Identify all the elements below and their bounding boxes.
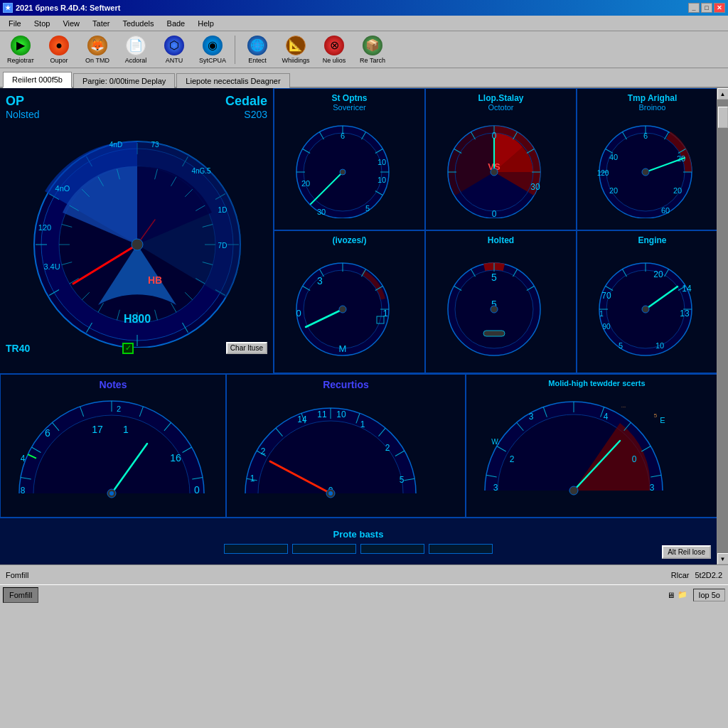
recurtios-gauge: Recurtios 14 11 10 1 [226,374,466,518]
svg-text:7D: 7D [218,242,228,250]
svg-text:2: 2 [385,443,390,453]
svg-text:3: 3 [529,412,534,422]
svg-text:...: ... [621,402,626,409]
tool-registrat[interactable]: ▶ Regiotrат [3,33,38,66]
menu-tedudels[interactable]: Tedudels [117,18,160,29]
close-button[interactable]: ✕ [714,3,725,13]
svg-text:1: 1 [360,419,365,429]
tab-0[interactable]: Reiilert 000f5b [3,72,72,88]
svg-text:17: 17 [92,424,103,435]
entect-icon: 🌐 [247,36,267,55]
main-gauge-svg: 4nO 120 3.4U 4nD 73 4nG.5 1D 7D [6,120,269,348]
taskbar: Fomfill 🖥 📁 Iop 5o [0,584,728,604]
svg-point-115 [339,306,346,313]
tool-entect[interactable]: 🌐 Entect [240,33,275,66]
char-ituse-button[interactable]: Char Ituse [226,342,267,354]
tool-label-8: Ne ulios [323,57,346,64]
menu-stop[interactable]: Stop [28,18,56,29]
svg-text:30: 30 [317,208,326,216]
st-optns-title: St Optns [279,93,420,103]
hop-stalay-gauge: Llop.Stalay Octotor [425,88,577,230]
st-optns-svg: 6 10 10 5 20 30 [279,112,407,218]
engine-gauge: Engine 20 14 70 [577,230,728,373]
notes-title: Notes [5,379,221,390]
svg-text:4: 4 [21,454,26,464]
checkbox[interactable]: ✓ [122,343,134,354]
main-gauge-title2: Cedale S203 [225,94,267,120]
title-bar-controls: _ □ ✕ [688,3,725,13]
tool-whiidings[interactable]: 📐 Whiidings [278,33,314,66]
scroll-up-button[interactable]: ▲ [717,88,729,100]
tab-2[interactable]: Liepote necectalis Deagner [176,73,289,88]
main-gauge-title1: OP Nolsted [6,94,39,120]
scroll-down-button[interactable]: ▼ [717,553,729,564]
tool-antu[interactable]: ⬡ ANTU [156,33,192,66]
svg-text:120: 120 [38,223,51,232]
svg-text:2: 2 [261,446,266,456]
retarch-icon: 📦 [363,36,382,55]
recurtios-svg: 14 11 10 1 2 5 2 1 0 [231,390,430,511]
tool-neulios[interactable]: ⊗ Ne ulios [316,33,352,66]
svg-text:6: 6 [45,427,50,439]
st-optns-subtitle: Sovericer [279,103,420,112]
alt-reil-button[interactable]: Alt Reil lose [662,545,711,559]
svg-text:11: 11 [317,410,327,419]
notes-gauge: Notes 2 [0,374,226,518]
tool-ontmd[interactable]: 🦊 On TMD [80,33,115,66]
scrollbar[interactable]: ▲ ▼ [717,88,728,564]
svg-text:4nG.5: 4nG.5 [191,167,211,175]
svg-text:20: 20 [673,186,682,195]
svg-text:5: 5 [654,412,658,419]
maximize-button[interactable]: □ [701,3,712,13]
menu-help[interactable]: Help [192,18,220,29]
tool-sytcpua[interactable]: ◉ SytCPUA [195,33,230,66]
svg-text:3: 3 [317,275,323,287]
svg-text:3: 3 [493,483,498,493]
toolbar: ▶ Regiotrат ● Oupor 🦊 On TMD 📄 Acdoral ⬡… [0,31,728,68]
menu-bade[interactable]: Bade [161,18,191,29]
taskbar-app[interactable]: Fomfill [3,587,38,603]
svg-text:4nO: 4nO [55,184,70,193]
tool-acdoral[interactable]: 📄 Acdoral [118,33,154,66]
svg-rect-126 [483,331,505,336]
svg-point-83 [491,168,498,176]
svg-point-188 [328,491,333,496]
main-content: ▲ ▼ OP Nolsted Cedale S203 [0,88,728,564]
gauge-row-bottom: Notes 2 [0,374,728,518]
menu-view[interactable]: View [57,18,85,29]
svg-text:14: 14 [682,284,692,294]
tool-retarch[interactable]: 📦 Re Tarch [355,33,390,66]
cedale-label: Cedale [225,94,267,109]
svg-text:E: E [660,416,665,424]
tool-label-5: SytCPUA [199,57,226,64]
svg-text:1: 1 [123,424,129,435]
status-right2: 5t2D2.2 [695,571,722,579]
holted-title: Holted [430,235,572,245]
holted-svg: 5 5 [430,245,558,359]
svg-text:20: 20 [301,179,310,188]
ivozes-gauge: (ivozes/) 3 0 1 [274,230,425,373]
svg-text:6: 6 [643,132,648,140]
svg-point-68 [340,169,346,175]
svg-text:HB: HB [148,274,162,286]
checkbox-area: ✓ [122,343,134,354]
main-gauge-section: OP Nolsted Cedale S203 [0,88,274,373]
proto-bars [224,544,493,554]
tool-label-7: Whiidings [282,57,309,64]
menu-file[interactable]: File [3,18,27,29]
scroll-thumb[interactable] [718,107,728,128]
window-title: 2021 бpnes R.4D.4: Seftwert [16,4,120,12]
svg-text:16: 16 [170,452,181,464]
app-icon: ★ [3,3,13,13]
proto-bar-1 [224,544,288,554]
menu-bar: File Stop View Tater Tedudels Bade Help [0,16,728,31]
taskbar-right: 🖥 📁 Iop 5o [667,589,725,601]
title-bar-left: ★ 2021 бpnes R.4D.4: Seftwert [3,3,120,13]
minimize-button[interactable]: _ [688,3,700,13]
tab-1[interactable]: Pargie: 0/00time Deplay [73,73,175,88]
tool-oupor[interactable]: ● Oupor [41,33,77,66]
tmp-arighal-svg: 6 40 120 20 20 20 60 [582,112,710,218]
menu-tater[interactable]: Tater [87,18,115,29]
svg-text:40: 40 [609,153,618,161]
svg-text:1: 1 [250,473,255,483]
